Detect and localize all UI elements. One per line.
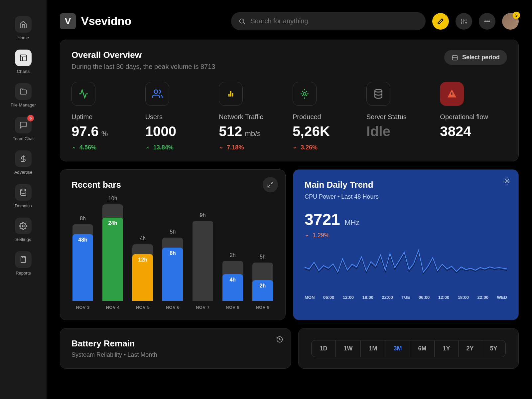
stat-value: 1000	[145, 123, 212, 139]
bar-nov-5[interactable]: 4h 12h NOV 5	[131, 236, 154, 310]
nav-advertise[interactable]: Advertise	[0, 148, 47, 177]
range-2Y[interactable]: 2Y	[459, 340, 482, 357]
range-1W[interactable]: 1W	[335, 340, 361, 357]
stat-value: 512 mb/s	[219, 123, 286, 139]
stat-value: Idle	[366, 123, 434, 139]
svg-point-9	[154, 90, 158, 94]
range-1Y[interactable]: 1Y	[435, 340, 458, 357]
x-tick: MON	[305, 295, 315, 300]
nav-settings[interactable]: Settings	[0, 215, 47, 245]
nav-badge: 6	[27, 115, 34, 121]
x-tick: 12:00	[438, 295, 449, 300]
history-button[interactable]	[276, 336, 283, 344]
nav-team-chat[interactable]: 6 Team Chat	[0, 114, 47, 144]
search-field[interactable]	[250, 17, 418, 25]
nav-domains[interactable]: Domains	[0, 181, 47, 211]
bar-x-label: NOV 5	[136, 305, 150, 310]
settings-button[interactable]	[503, 177, 511, 186]
bar-fg: 4h	[222, 274, 243, 301]
overview-title: Overall Overview	[71, 50, 215, 60]
range-3M[interactable]: 3M	[385, 340, 410, 357]
bar-nov-6[interactable]: 5h 8h NOV 6	[161, 229, 184, 310]
bar-fg: 24h	[102, 218, 123, 301]
daily-trend-panel: Main Daily Trend CPU Power • Last 48 Hou…	[293, 169, 519, 320]
x-tick: WED	[497, 295, 507, 300]
bar-nov-3[interactable]: 8h 48h NOV 3	[71, 216, 94, 310]
bar-fg: 12h	[132, 254, 153, 301]
daily-trend-subtitle: CPU Power • Last 48 Hours	[305, 193, 507, 200]
x-tick: 22:00	[382, 295, 393, 300]
calendar-icon	[452, 54, 458, 61]
svg-point-4	[240, 19, 244, 23]
stat-server: Server Status Idle	[366, 82, 434, 151]
nav-label: Domains	[15, 203, 32, 208]
stat-label: Operational flow	[440, 113, 507, 121]
bar-fg: 48h	[72, 234, 93, 301]
nav-home[interactable]: Home	[0, 13, 47, 43]
stat-uptime: Uptime 97.6 % 4.56%	[71, 82, 139, 151]
nav-label: Team Chat	[13, 136, 34, 141]
bar-nov-9[interactable]: 5h 2h NOV 9	[251, 254, 274, 310]
stat-delta: 13.84%	[145, 144, 212, 151]
stat-value: 97.6 %	[71, 123, 139, 139]
range-1D[interactable]: 1D	[312, 340, 335, 357]
nav-file-manager[interactable]: File Manager	[0, 81, 47, 110]
bars-icon	[219, 82, 243, 106]
x-tick: 22:00	[477, 295, 488, 300]
bar-nov-8[interactable]: 2h 4h NOV 8	[221, 252, 244, 310]
daily-trend-value: 3721 MHz	[305, 210, 507, 229]
bar-nov-7[interactable]: 9h NOV 7	[192, 212, 214, 310]
x-tick: 12:00	[343, 295, 354, 300]
search-input[interactable]	[231, 12, 426, 30]
range-1M[interactable]: 1M	[361, 340, 385, 357]
select-period-button[interactable]: Select period	[444, 50, 507, 65]
nav-charts[interactable]: Charts	[0, 47, 47, 77]
more-button[interactable]	[479, 13, 495, 30]
expand-button[interactable]	[263, 177, 278, 192]
stat-network: Network Traffic 512 mb/s 7.18%	[219, 82, 286, 151]
x-tick: 18:00	[458, 295, 469, 300]
gear-icon	[503, 177, 511, 185]
stat-delta: 7.18%	[219, 144, 286, 151]
battery-subtitle: Systeam Reliability • Last Month	[71, 351, 279, 358]
battery-panel: Battery Remain Systeam Reliability • Las…	[60, 328, 291, 369]
stat-delta: 3.26%	[293, 144, 360, 151]
db-icon	[366, 82, 390, 106]
nav-label: Reports	[16, 271, 31, 276]
more-icon	[484, 18, 490, 25]
x-tick: TUE	[401, 295, 410, 300]
brand: V Vsevidno	[60, 13, 131, 29]
svg-point-6	[486, 21, 487, 22]
folder-icon	[15, 83, 32, 100]
edit-button[interactable]	[432, 13, 449, 30]
chevron-down-icon	[219, 145, 223, 150]
select-period-label: Select period	[462, 54, 500, 61]
nav-reports[interactable]: Reports	[0, 249, 47, 278]
avatar[interactable]: 3	[502, 13, 519, 30]
bar-nov-4[interactable]: 10h 24h NOV 4	[101, 196, 124, 310]
bar-bg-label: 4h	[140, 236, 146, 242]
recent-bars-panel: Recent bars 8h 48h NOV 3 10h 24h NOV 4 4…	[60, 169, 286, 320]
daily-trend-chart: MON06:0012:0018:0022:00TUE06:0012:0018:0…	[305, 246, 507, 300]
range-5Y[interactable]: 5Y	[482, 340, 505, 357]
layout-icon	[15, 50, 32, 66]
overview-panel: Overall Overview During the last 30 days…	[60, 40, 519, 161]
svg-point-2	[22, 225, 24, 227]
topbar: V Vsevidno 3	[60, 12, 519, 30]
bar-fg: 8h	[162, 248, 183, 301]
sliders-button[interactable]	[456, 13, 472, 30]
stat-label: Network Traffic	[219, 113, 286, 121]
bar-x-label: NOV 9	[256, 305, 270, 310]
nav-label: Advertise	[14, 170, 32, 175]
battery-title: Battery Remain	[71, 338, 279, 349]
svg-point-11	[375, 90, 382, 92]
svg-point-7	[488, 21, 489, 22]
stat-produced: Produced 5,26K 3.26%	[293, 82, 360, 151]
range-6M[interactable]: 6M	[410, 340, 435, 357]
bar-bg-label: 10h	[108, 196, 117, 202]
stat-label: Produced	[293, 113, 360, 121]
sliders-icon	[461, 18, 467, 25]
svg-point-1	[21, 189, 26, 191]
chevron-up-icon	[145, 145, 150, 150]
stat-label: Users	[145, 113, 212, 121]
